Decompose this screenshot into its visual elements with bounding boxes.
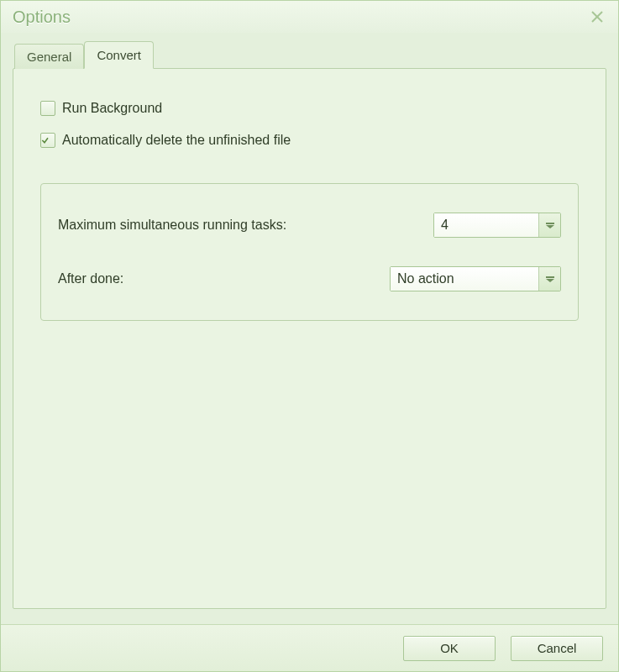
cancel-button[interactable]: Cancel [511, 636, 603, 661]
auto-delete-checkbox[interactable] [40, 133, 55, 148]
checkmark-icon [41, 134, 49, 146]
ok-button[interactable]: OK [403, 636, 496, 661]
tab-general-label: General [27, 50, 71, 64]
after-done-label: After done: [58, 271, 390, 286]
after-done-dropdown-button[interactable] [538, 267, 560, 291]
after-done-row: After done: No action [58, 266, 561, 291]
run-background-row: Run Background [40, 101, 579, 116]
chevron-down-icon [545, 275, 555, 283]
max-tasks-dropdown-button[interactable] [538, 213, 560, 237]
dialog-body: General Convert Run Background Automati [1, 33, 618, 624]
chevron-down-icon [545, 221, 555, 229]
svg-rect-4 [546, 276, 554, 278]
max-tasks-row: Maximum simultaneous running tasks: 4 [58, 213, 561, 238]
checkbox-empty-icon [42, 102, 54, 114]
svg-rect-2 [546, 223, 554, 224]
ok-button-label: OK [440, 641, 459, 655]
run-background-checkbox[interactable] [40, 101, 55, 116]
auto-delete-row: Automatically delete the unfinished file [40, 133, 579, 148]
dialog-footer: OK Cancel [1, 624, 618, 671]
max-tasks-label: Maximum simultaneous running tasks: [58, 218, 433, 233]
max-tasks-combo[interactable]: 4 [433, 213, 561, 238]
svg-marker-5 [546, 279, 554, 282]
tabpanel-convert: Run Background Automatically delete the … [13, 68, 606, 609]
task-settings-group: Maximum simultaneous running tasks: 4 Af… [40, 183, 579, 321]
after-done-combo[interactable]: No action [390, 266, 561, 291]
close-button[interactable] [585, 4, 610, 29]
max-tasks-value[interactable]: 4 [434, 213, 538, 237]
tab-convert[interactable]: Convert [84, 41, 154, 69]
tab-convert-label: Convert [97, 48, 141, 62]
window-title: Options [13, 8, 585, 27]
options-dialog: Options General Convert Run Background [0, 0, 619, 672]
tabstrip: General Convert [13, 41, 606, 68]
titlebar: Options [1, 1, 618, 33]
tab-general[interactable]: General [14, 44, 84, 69]
cancel-button-label: Cancel [538, 641, 577, 655]
svg-marker-3 [546, 225, 554, 228]
close-icon [590, 9, 605, 24]
auto-delete-label: Automatically delete the unfinished file [62, 133, 291, 148]
after-done-value[interactable]: No action [391, 267, 538, 291]
run-background-label: Run Background [62, 101, 162, 116]
